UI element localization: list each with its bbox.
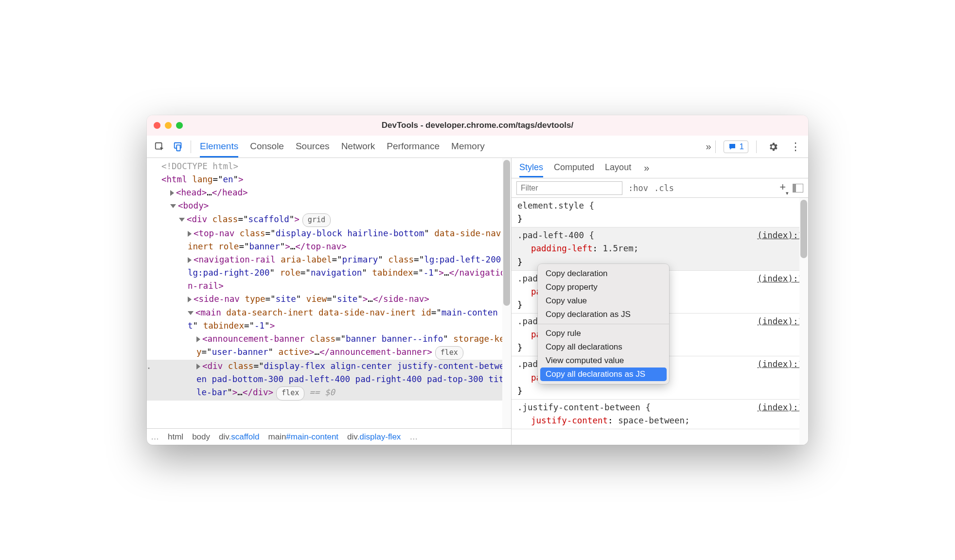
- settings-icon[interactable]: [764, 138, 782, 156]
- ellipsis-icon: ···: [147, 361, 152, 376]
- traffic-lights: [154, 122, 183, 129]
- expand-icon[interactable]: [196, 336, 200, 342]
- new-style-rule-icon[interactable]: +▾: [779, 181, 789, 194]
- toolbar-right: 1 ⋮: [712, 138, 804, 156]
- separator: [538, 324, 669, 324]
- context-menu-item[interactable]: Copy rule: [538, 327, 669, 340]
- context-menu-item[interactable]: Copy all declarations as JS: [540, 368, 667, 381]
- dom-node[interactable]: <html lang="en">: [147, 173, 511, 186]
- styles-tabs: StylesComputedLayout»: [512, 158, 808, 178]
- collapse-icon[interactable]: [188, 311, 194, 315]
- breadcrumb-ellipsis[interactable]: …: [409, 432, 418, 442]
- scroll-thumb[interactable]: [503, 160, 510, 306]
- context-menu-item[interactable]: Copy all declarations: [538, 340, 669, 354]
- content: <!DOCTYPE html><html lang="en"><head>…</…: [147, 158, 808, 445]
- source-link[interactable]: (index):1: [757, 229, 803, 242]
- toggle-sidebar-icon[interactable]: [793, 184, 803, 192]
- dom-node[interactable]: <div class="scaffold">grid: [147, 213, 511, 227]
- expand-icon[interactable]: [170, 190, 174, 196]
- tab-performance[interactable]: Performance: [387, 136, 440, 158]
- expand-icon[interactable]: [188, 297, 192, 302]
- dom-tree[interactable]: <!DOCTYPE html><html lang="en"><head>…</…: [147, 158, 511, 428]
- dom-node[interactable]: <top-nav class="display-block hairline-b…: [147, 227, 511, 253]
- css-rule[interactable]: element.style {}: [512, 198, 808, 228]
- dom-node[interactable]: <body>: [147, 199, 511, 212]
- more-tabs-icon[interactable]: »: [644, 162, 649, 174]
- dom-node[interactable]: <!DOCTYPE html>: [147, 160, 511, 173]
- tab-network[interactable]: Network: [341, 136, 375, 158]
- issues-badge[interactable]: 1: [724, 140, 748, 153]
- issues-count: 1: [740, 142, 744, 152]
- source-link[interactable]: (index):1: [757, 315, 803, 328]
- message-icon: [728, 142, 737, 151]
- breadcrumb-item[interactable]: html: [168, 432, 183, 442]
- tab-sources[interactable]: Sources: [296, 136, 330, 158]
- hov-toggle[interactable]: :hov: [628, 183, 648, 193]
- elements-panel: <!DOCTYPE html><html lang="en"><head>…</…: [147, 158, 512, 445]
- tab-elements[interactable]: Elements: [200, 136, 238, 158]
- breadcrumb[interactable]: …htmlbodydiv.scaffoldmain#main-contentdi…: [147, 428, 511, 445]
- expand-icon[interactable]: [188, 257, 192, 263]
- context-menu: Copy declarationCopy propertyCopy valueC…: [538, 264, 669, 384]
- css-rule[interactable]: .justify-content-between {(index):1justi…: [512, 400, 808, 429]
- panel-tabs: ElementsConsoleSourcesNetworkPerformance…: [200, 136, 705, 158]
- context-menu-item[interactable]: View computed value: [538, 354, 669, 368]
- expand-icon[interactable]: [188, 231, 192, 237]
- dom-node[interactable]: <main data-search-inert data-side-nav-in…: [147, 306, 511, 332]
- collapse-icon[interactable]: [179, 218, 185, 222]
- context-menu-item[interactable]: Copy declaration as JS: [538, 308, 669, 321]
- inspect-element-icon[interactable]: [151, 138, 168, 156]
- devtools-window: DevTools - developer.chrome.com/tags/dev…: [147, 115, 808, 445]
- kebab-menu-icon[interactable]: ⋮: [787, 138, 804, 156]
- breadcrumb-ellipsis[interactable]: …: [151, 432, 159, 442]
- styles-tab-styles[interactable]: Styles: [519, 158, 543, 177]
- minimize-window-button[interactable]: [165, 122, 172, 129]
- styles-filter-row: :hov .cls +▾: [512, 178, 808, 198]
- more-tabs-icon[interactable]: »: [706, 141, 711, 152]
- breadcrumb-item[interactable]: body: [192, 432, 210, 442]
- separator: [715, 140, 716, 153]
- context-menu-item[interactable]: Copy property: [538, 280, 669, 294]
- context-menu-item[interactable]: Copy declaration: [538, 267, 669, 280]
- dom-node[interactable]: <head>…</head>: [147, 186, 511, 199]
- breadcrumb-item[interactable]: div.display-flex: [347, 432, 401, 442]
- context-menu-item[interactable]: Copy value: [538, 294, 669, 308]
- styles-tab-computed[interactable]: Computed: [554, 158, 594, 177]
- collapse-icon[interactable]: [170, 204, 176, 208]
- zoom-window-button[interactable]: [176, 122, 183, 129]
- breadcrumb-item[interactable]: main#main-content: [268, 432, 339, 442]
- svg-rect-2: [177, 145, 180, 151]
- separator: [191, 140, 191, 153]
- styles-tab-layout[interactable]: Layout: [605, 158, 631, 177]
- scrollbar[interactable]: [799, 198, 808, 445]
- dom-node[interactable]: <navigation-rail aria-label="primary" cl…: [147, 253, 511, 293]
- scrollbar[interactable]: [502, 158, 511, 428]
- cls-toggle[interactable]: .cls: [654, 183, 674, 193]
- tab-console[interactable]: Console: [250, 136, 284, 158]
- expand-icon[interactable]: [196, 364, 200, 369]
- main-toolbar: ElementsConsoleSourcesNetworkPerformance…: [147, 136, 808, 158]
- close-window-button[interactable]: [154, 122, 160, 129]
- dom-node[interactable]: ···<div class="display-flex align-center…: [147, 360, 511, 401]
- separator: [756, 140, 757, 153]
- source-link[interactable]: (index):1: [757, 272, 803, 285]
- source-link[interactable]: (index):1: [757, 358, 803, 371]
- dom-node[interactable]: <announcement-banner class="banner banne…: [147, 332, 511, 360]
- styles-filter-input[interactable]: [516, 181, 622, 195]
- scroll-thumb[interactable]: [800, 200, 807, 258]
- tab-memory[interactable]: Memory: [451, 136, 485, 158]
- dom-node[interactable]: <side-nav type="site" view="site">…</sid…: [147, 293, 511, 306]
- device-toolbar-icon[interactable]: [169, 138, 187, 156]
- breadcrumb-item[interactable]: div.scaffold: [219, 432, 260, 442]
- source-link[interactable]: (index):1: [757, 401, 803, 414]
- titlebar: DevTools - developer.chrome.com/tags/dev…: [147, 115, 808, 136]
- window-title: DevTools - developer.chrome.com/tags/dev…: [147, 121, 808, 130]
